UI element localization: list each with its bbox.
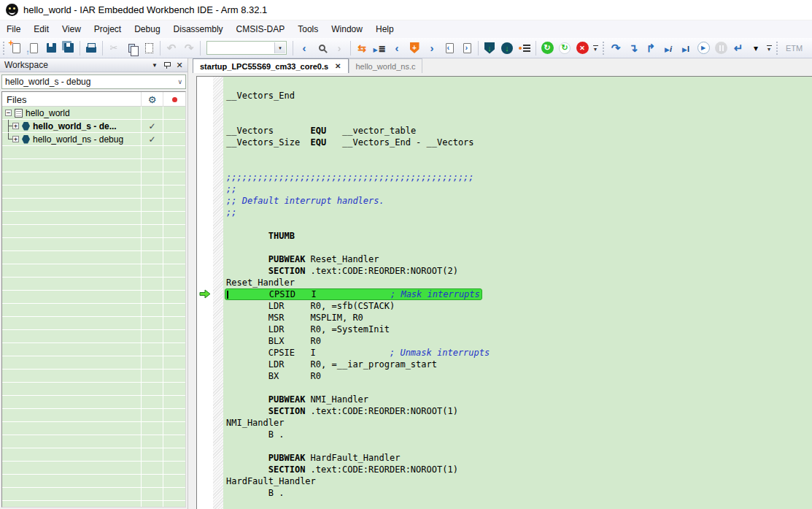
debug-options-dropdown[interactable]: ▾ [747, 39, 765, 57]
undo-button[interactable]: ↶ [163, 39, 180, 57]
document-back-icon [446, 43, 454, 53]
step-return-button[interactable]: ↵ [730, 39, 747, 57]
toolbar-grip[interactable] [775, 41, 779, 56]
tree-row-hello-world-s-de-[interactable]: +hello_world_s - de...✓ [2, 120, 185, 133]
code-line: SECTION .text:CODE:REORDER:NOROOT(1) [226, 405, 812, 417]
open-file-button[interactable] [25, 39, 42, 57]
previous-bookmark-button[interactable]: ‹ [388, 39, 406, 57]
menu-disassembly[interactable]: Disassembly [167, 20, 230, 38]
paste-button[interactable] [140, 39, 158, 57]
close-icon[interactable]: ✕ [174, 60, 185, 70]
collapse-icon[interactable]: − [5, 110, 12, 116]
tab-hello-world-ns-c[interactable]: hello_world_ns.c [349, 58, 423, 73]
dropdown-triangle-icon: ▾ [754, 43, 758, 53]
new-file-button[interactable] [7, 39, 25, 57]
code-line: ;;;;;;;;;;;;;;;;;;;;;;;;;;;;;;;;;;;;;;;;… [226, 172, 812, 183]
menu-edit[interactable]: Edit [27, 20, 55, 38]
toolbar-overflow-button[interactable]: ▾ [591, 40, 600, 56]
code-line: ;; [226, 207, 812, 218]
goto-next-doc-button[interactable] [458, 39, 476, 57]
navigate-back-button[interactable]: ‹ [295, 39, 313, 57]
tree-row-hello-world[interactable]: −hello_world [2, 107, 185, 120]
editor-frame: __Vectors_End __Vectors EQU __vector_tab… [196, 76, 812, 509]
toolbar-grip[interactable] [601, 41, 606, 56]
menu-help[interactable]: Help [369, 20, 401, 38]
menu-cmsis-dap[interactable]: CMSIS-DAP [230, 20, 292, 38]
toolbar-overflow-button[interactable]: ▾ [765, 40, 773, 56]
stop-cross-icon: ✕ [576, 42, 589, 54]
workspace-menu-dropdown-icon[interactable]: ▼ [150, 60, 160, 70]
navigate-forward-button[interactable]: › [330, 39, 348, 57]
toolbar-grip[interactable] [1, 41, 6, 56]
log-list-button[interactable] [516, 39, 533, 57]
cut-button[interactable]: ✂ [105, 39, 123, 57]
tree-empty-row [2, 448, 185, 462]
pin-icon[interactable] [162, 60, 172, 70]
next-statement-button[interactable] [660, 39, 677, 57]
step-into-button[interactable]: ↴ [625, 39, 642, 57]
run-to-cursor-button[interactable] [677, 39, 695, 57]
copy-button[interactable] [123, 39, 140, 57]
expand-icon[interactable]: + [12, 136, 19, 142]
output-column-header[interactable] [163, 92, 185, 107]
step-over-icon: ↷ [611, 42, 621, 55]
step-over-button[interactable]: ↷ [607, 39, 625, 57]
download-and-debug-button[interactable]: ↓ [481, 39, 498, 57]
project-node-icon [22, 122, 30, 131]
menu-view[interactable]: View [55, 20, 88, 38]
go-button[interactable]: ▶ [695, 39, 712, 57]
step-out-button[interactable]: ↱ [642, 39, 660, 57]
menu-project[interactable]: Project [88, 20, 128, 38]
shield-download-icon: ↓ [484, 42, 495, 54]
redo-button[interactable]: ↷ [180, 39, 198, 57]
save-button[interactable] [42, 39, 60, 57]
print-button[interactable] [82, 39, 100, 57]
debug-without-downloading-button[interactable]: ↓ [498, 39, 516, 57]
workspace-panel-header[interactable]: Workspace ▼ ✕ [0, 58, 187, 72]
menu-file[interactable]: File [0, 20, 27, 38]
swap-arrows-icon: ⇆ [357, 42, 366, 54]
tree-empty-row [2, 159, 185, 172]
code-line: LDR R0, =sfb(CSTACK) [226, 300, 812, 312]
tree-empty-row [2, 435, 185, 448]
pin-glyph [163, 61, 171, 69]
find-combobox[interactable]: ▼ [206, 41, 287, 55]
find-input[interactable] [209, 42, 273, 53]
floppy-disk-icon [47, 43, 56, 53]
save-all-button[interactable] [60, 39, 77, 57]
menu-tools[interactable]: Tools [291, 20, 325, 38]
combo-dropdown-icon[interactable]: ▼ [274, 42, 285, 53]
find-button[interactable] [313, 39, 330, 57]
code-view[interactable]: __Vectors_End __Vectors EQU __vector_tab… [223, 77, 812, 509]
text-cursor [227, 291, 228, 299]
toolbar-separator [350, 41, 351, 56]
toolbar-separator [535, 41, 536, 56]
menu-debug[interactable]: Debug [128, 20, 166, 38]
tab-startup-lpc55s69-cm33-core0-s[interactable]: startup_LPC55S69_cm33_core0.s✕ [193, 58, 349, 73]
main-area: Workspace ▼ ✕ hello_world_s - debug ∨ Fi… [0, 58, 812, 509]
etm-label[interactable]: ETM [786, 44, 803, 53]
goto-previous-doc-button[interactable] [441, 39, 458, 57]
code-line [226, 160, 812, 172]
workspace-panel: Workspace ▼ ✕ hello_world_s - debug ∨ Fi… [0, 58, 188, 509]
menu-window[interactable]: Window [325, 20, 369, 38]
scissors-icon: ✂ [110, 42, 118, 53]
next-bookmark-button[interactable]: › [423, 39, 441, 57]
tree-row-hello-world-ns-debug[interactable]: +hello_world_ns - debug✓ [2, 133, 185, 146]
toggle-source-button[interactable]: ⇆ [353, 39, 371, 57]
code-line: SECTION .text:CODE:REORDER:NOROOT(1) [226, 464, 812, 475]
break-button[interactable]: ↻ [556, 39, 573, 57]
reset-button[interactable]: ↻ [538, 39, 556, 57]
toggle-bookmark-button[interactable]: + [406, 39, 423, 57]
configuration-selector[interactable]: hello_world_s - debug ∨ [1, 74, 186, 89]
editor-gutter[interactable] [213, 77, 223, 509]
tree-empty-row [2, 488, 185, 501]
jump-to-list-button[interactable] [371, 39, 388, 57]
chevron-left-icon: ‹ [395, 42, 399, 54]
options-column-header[interactable]: ⚙ [141, 92, 163, 107]
expand-icon[interactable]: + [12, 123, 19, 129]
stop-debugging-button[interactable]: ✕ [573, 39, 591, 57]
toolbar-separator [478, 41, 479, 56]
pause-button[interactable] [712, 39, 730, 57]
tab-close-icon[interactable]: ✕ [335, 62, 341, 70]
